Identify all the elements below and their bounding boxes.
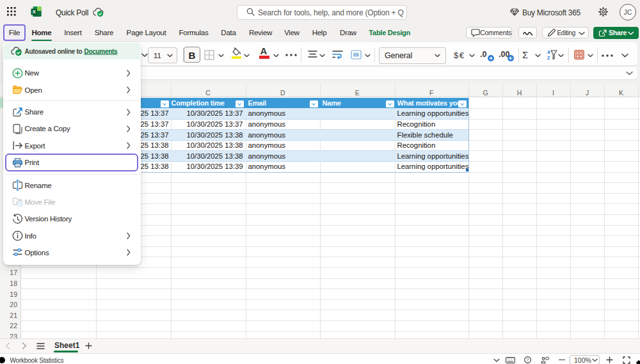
svg-text:Z: Z bbox=[547, 56, 550, 60]
svg-text:A: A bbox=[547, 50, 550, 54]
svg-text:X: X bbox=[33, 9, 36, 15]
svg-text:?: ? bbox=[527, 358, 529, 362]
